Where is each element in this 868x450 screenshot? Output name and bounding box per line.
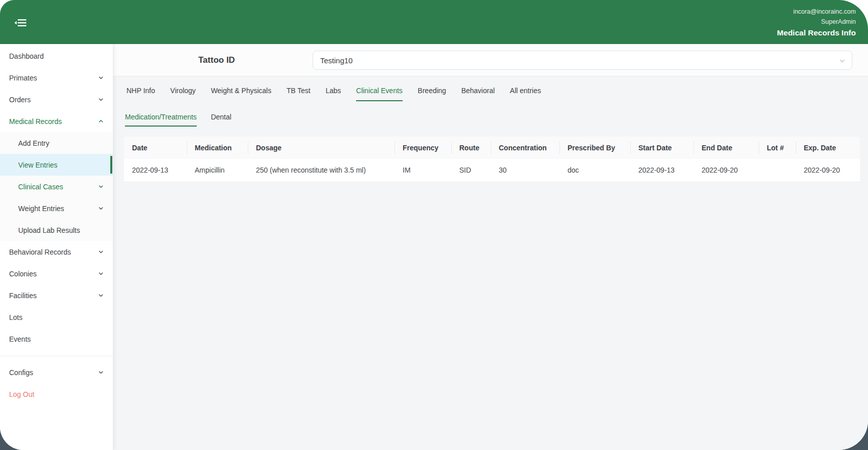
cell-route: SID [451, 159, 491, 182]
sidebar-item-events[interactable]: Events [0, 328, 113, 350]
cell-frequency: IM [395, 159, 451, 182]
chevron-down-icon [98, 370, 104, 375]
sidebar-item-label: Configs [9, 369, 33, 377]
table-header-row: Date Medication Dosage Frequency Route C… [124, 137, 860, 159]
user-role: SuperAdmin [777, 17, 856, 27]
sidebar-item-lots[interactable]: Lots [0, 306, 113, 328]
sidebar-item-label: Dashboard [9, 52, 44, 60]
column-header-medication: Medication [187, 137, 248, 159]
cell-start-date: 2022-09-13 [630, 159, 693, 182]
sidebar-item-label: Weight Entries [18, 204, 64, 213]
chevron-down-icon [98, 184, 104, 189]
cell-concentration: 30 [491, 159, 559, 182]
record-tabs: NHP Info Virology Weight & Physicals TB … [113, 76, 868, 106]
sidebar: Dashboard Primates Orders Medical Record… [0, 44, 113, 450]
cell-dosage: 250 (when reconstitute with 3.5 ml) [248, 159, 395, 182]
logout-label: Log Out [9, 390, 34, 398]
sidebar-item-label: Lots [9, 313, 22, 321]
logout-button[interactable]: Log Out [0, 383, 113, 405]
tab-labs[interactable]: Labs [326, 81, 341, 101]
cell-medication: Ampicillin [187, 159, 248, 182]
column-header-dosage: Dosage [248, 137, 395, 159]
sidebar-item-label: Medical Records [9, 117, 62, 126]
sidebar-item-label: Colonies [9, 270, 36, 278]
subtab-dental[interactable]: Dental [211, 109, 231, 127]
sidebar-item-weight-entries[interactable]: Weight Entries [0, 197, 113, 219]
sidebar-item-label: View Entries [18, 161, 58, 169]
sidebar-divider [0, 356, 113, 356]
tab-all-entries[interactable]: All entries [510, 81, 541, 101]
tattoo-id-row: Tattoo ID Testing10 [113, 44, 868, 76]
column-header-concentration: Concentration [491, 137, 559, 159]
chevron-down-icon [98, 97, 104, 102]
chevron-down-icon [839, 57, 846, 66]
chevron-up-icon [98, 118, 104, 124]
column-header-frequency: Frequency [395, 137, 451, 159]
column-header-start-date: Start Date [630, 137, 693, 159]
sidebar-item-label: Orders [9, 96, 31, 104]
chevron-down-icon [98, 75, 104, 80]
chevron-down-icon [98, 206, 104, 211]
sidebar-item-configs[interactable]: Configs [0, 361, 113, 383]
tattoo-id-label: Tattoo ID [198, 44, 235, 76]
tattoo-id-value: Testing10 [320, 56, 353, 65]
tab-behavioral[interactable]: Behavioral [461, 81, 495, 101]
chevron-down-icon [98, 271, 104, 276]
column-header-lot: Lot # [759, 137, 796, 159]
chevron-down-icon [98, 293, 104, 298]
chevron-down-icon [98, 249, 104, 255]
header-user-block: incora@incorainc.com SuperAdmin Medical … [777, 6, 856, 39]
sidebar-item-colonies[interactable]: Colonies [0, 263, 113, 284]
column-header-date: Date [124, 137, 187, 159]
tab-virology[interactable]: Virology [170, 81, 196, 101]
sidebar-item-label: Behavioral Records [9, 248, 71, 256]
sidebar-item-upload-lab-results[interactable]: Upload Lab Results [0, 219, 113, 241]
sidebar-item-facilities[interactable]: Facilities [0, 284, 113, 306]
medication-table: Date Medication Dosage Frequency Route C… [124, 137, 860, 182]
cell-exp-date: 2022-09-20 [796, 159, 860, 182]
sidebar-item-label: Add Entry [18, 139, 49, 147]
tattoo-id-select[interactable]: Testing10 [313, 51, 852, 70]
medical-records-submenu: Add Entry View Entries Clinical Cases We… [0, 132, 113, 241]
sidebar-item-add-entry[interactable]: Add Entry [0, 132, 113, 154]
sidebar-item-label: Clinical Cases [18, 183, 63, 191]
sidebar-item-label: Events [9, 335, 31, 343]
sidebar-item-orders[interactable]: Orders [0, 89, 113, 110]
sidebar-item-behavioral-records[interactable]: Behavioral Records [0, 241, 113, 263]
column-header-exp-date: Exp. Date [796, 137, 860, 159]
column-header-prescribed-by: Prescribed By [559, 137, 630, 159]
tab-nhp-info[interactable]: NHP Info [126, 81, 155, 101]
app-header: incora@incorainc.com SuperAdmin Medical … [0, 0, 868, 44]
sidebar-item-primates[interactable]: Primates [0, 67, 113, 89]
cell-prescribed-by: doc [559, 159, 630, 182]
tab-tb-test[interactable]: TB Test [286, 81, 310, 101]
tab-weight-physicals[interactable]: Weight & Physicals [211, 81, 272, 101]
sidebar-item-label: Upload Lab Results [18, 226, 80, 234]
sidebar-item-label: Primates [9, 74, 37, 82]
tab-breeding[interactable]: Breeding [418, 81, 446, 101]
sidebar-item-label: Facilities [9, 292, 36, 300]
app-window: incora@incorainc.com SuperAdmin Medical … [0, 0, 868, 450]
main-content: Tattoo ID Testing10 NHP Info Virology We… [113, 44, 868, 450]
subtab-medication-treatments[interactable]: Medication/Treatments [125, 109, 197, 127]
tab-clinical-events[interactable]: Clinical Events [356, 81, 403, 101]
sidebar-item-clinical-cases[interactable]: Clinical Cases [0, 176, 113, 197]
page-title: Medical Records Info [777, 27, 856, 39]
column-header-end-date: End Date [693, 137, 759, 159]
cell-date: 2022-09-13 [124, 159, 187, 182]
cell-lot [759, 159, 796, 182]
table-row[interactable]: 2022-09-13 Ampicillin 250 (when reconsti… [124, 159, 860, 182]
cell-end-date: 2022-09-20 [693, 159, 759, 182]
clinical-events-subtabs: Medication/Treatments Dental [113, 106, 868, 129]
user-email: incora@incorainc.com [777, 7, 856, 17]
column-header-route: Route [451, 137, 491, 159]
menu-fold-icon[interactable] [11, 13, 31, 33]
sidebar-item-medical-records[interactable]: Medical Records [0, 110, 113, 132]
sidebar-item-dashboard[interactable]: Dashboard [0, 45, 113, 67]
sidebar-item-view-entries[interactable]: View Entries [0, 154, 113, 176]
